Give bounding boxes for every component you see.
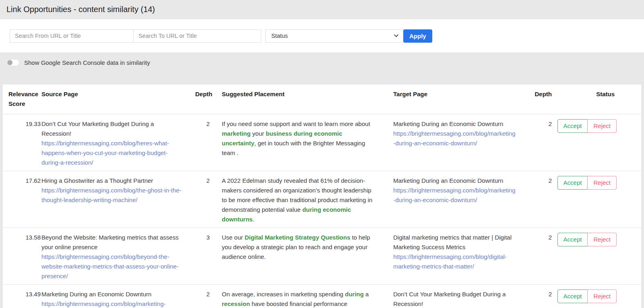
target-page-title: Marketing During an Economic Downturn — [393, 120, 503, 127]
status-actions: Accept Reject — [557, 233, 617, 246]
table-body: 19.33 Don’t Cut Your Marketing Budget Du… — [3, 114, 641, 308]
search-from-input[interactable] — [10, 29, 134, 43]
target-page-url[interactable]: https://brightermessaging.com/blog/digit… — [393, 252, 516, 271]
source-page-url[interactable]: https://brightermessaging.com/blog/the-g… — [41, 186, 182, 205]
relevance-score: 17.62 — [3, 171, 41, 228]
gsc-toggle-label: Show Google Search Console data in simil… — [24, 59, 150, 66]
header-source-depth: Depth — [195, 85, 210, 114]
reject-button[interactable]: Reject — [587, 233, 617, 246]
filter-bar: Status Apply — [0, 19, 644, 52]
suggested-placement: Use our Digital Marketing Strategy Quest… — [210, 228, 382, 285]
status-select-value: Status — [271, 33, 288, 39]
reject-button[interactable]: Reject — [587, 289, 617, 303]
source-depth: 3 — [195, 228, 210, 285]
status-actions: Accept Reject — [557, 176, 617, 190]
page-title: Link Opportunities - content similarity … — [0, 0, 644, 19]
suggested-placement: A 2022 Edelman study revealed that 61% o… — [210, 171, 382, 228]
accept-button[interactable]: Accept — [557, 176, 588, 190]
table-row: 13.58 Beyond the Website: Marketing metr… — [3, 228, 641, 285]
header-relevance-score: Relevance Score — [3, 85, 41, 114]
source-page-url[interactable]: https://brightermessaging.com/blog/beyon… — [41, 252, 182, 281]
target-page-title: Don’t Cut Your Marketing Budget During a… — [393, 291, 506, 307]
target-depth: 2 — [524, 114, 552, 171]
accept-button[interactable]: Accept — [557, 119, 588, 133]
target-page-url[interactable]: https://brightermessaging.com/blog/marke… — [393, 129, 516, 148]
opportunities-table-card: Relevance Score Source Page Depth Sugges… — [3, 85, 641, 308]
toggle-knob-icon — [7, 60, 12, 65]
status-actions: Accept Reject — [557, 119, 617, 133]
source-depth: 2 — [195, 171, 210, 228]
search-to-input[interactable] — [133, 29, 261, 43]
relevance-score: 19.33 — [3, 114, 41, 171]
reject-button[interactable]: Reject — [587, 176, 617, 190]
suggested-placement: On average, increases in marketing spend… — [210, 285, 382, 308]
source-page-url[interactable]: https://brightermessaging.com/blog/heres… — [41, 138, 182, 167]
table-row: 17.62 Hiring a Ghostwriter as a Thought … — [3, 171, 641, 228]
relevance-score: 13.49 — [3, 285, 41, 308]
table-header-row: Relevance Score Source Page Depth Sugges… — [3, 85, 641, 114]
gsc-toggle-row: Show Google Search Console data in simil… — [6, 59, 644, 66]
target-page-title: Digital marketing metrics that matter | … — [393, 234, 512, 250]
header-target-depth: Depth — [524, 85, 552, 114]
chevron-down-icon — [394, 32, 398, 37]
target-depth: 2 — [524, 285, 552, 308]
suggested-placement: If you need some support and want to lea… — [210, 114, 382, 171]
source-page-title: Marketing During an Economic Downturn — [41, 291, 151, 298]
reject-button[interactable]: Reject — [587, 119, 617, 133]
target-depth: 2 — [524, 171, 552, 228]
status-actions: Accept Reject — [557, 289, 617, 303]
target-page-title: Marketing During an Economic Downturn — [393, 177, 503, 184]
header-suggested-placement: Suggested Placement — [210, 85, 382, 114]
source-page-title: Hiring a Ghostwriter as a Thought Partne… — [41, 177, 153, 184]
source-depth: 2 — [195, 114, 210, 171]
accept-button[interactable]: Accept — [557, 289, 588, 303]
gsc-toggle[interactable] — [6, 59, 19, 66]
source-page-title: Beyond the Website: Marketing metrics th… — [41, 234, 179, 250]
relevance-score: 13.58 — [3, 228, 41, 285]
header-target-page: Target Page — [382, 85, 524, 114]
source-depth: 2 — [195, 285, 210, 308]
header-source-page: Source Page — [41, 85, 195, 114]
source-page-url[interactable]: https://brightermessaging.com/blog/marke… — [41, 299, 182, 308]
status-select[interactable]: Status — [265, 29, 403, 43]
source-page-title: Don’t Cut Your Marketing Budget During a… — [41, 120, 154, 137]
target-depth: 2 — [524, 228, 552, 285]
apply-button[interactable]: Apply — [403, 29, 432, 43]
table-row: 19.33 Don’t Cut Your Marketing Budget Du… — [3, 114, 641, 171]
accept-button[interactable]: Accept — [557, 233, 588, 246]
table-row: 13.49 Marketing During an Economic Downt… — [3, 285, 641, 308]
header-status: Status — [552, 85, 641, 114]
opportunities-table: Relevance Score Source Page Depth Sugges… — [3, 85, 641, 308]
target-page-url[interactable]: https://brightermessaging.com/blog/marke… — [393, 186, 516, 205]
